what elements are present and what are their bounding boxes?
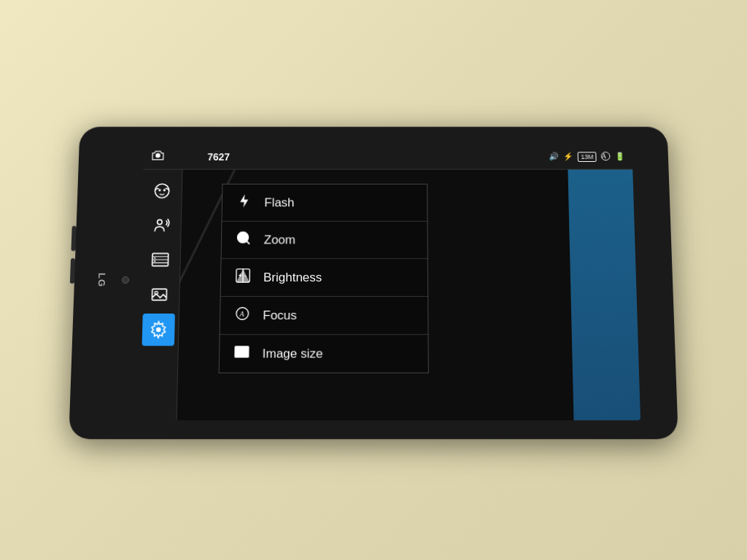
blue-panel: [568, 170, 640, 421]
menu-item-flash[interactable]: Flash: [222, 184, 427, 222]
svg-text:+: +: [239, 272, 243, 279]
svg-text:A: A: [239, 310, 244, 318]
svg-point-4: [158, 189, 160, 191]
focus-label: Focus: [263, 308, 297, 322]
camera-menu: Flash: [219, 184, 429, 373]
svg-point-6: [158, 219, 163, 224]
flash-status-icon: ⚡: [563, 152, 573, 161]
sidebar-item-face[interactable]: [146, 175, 179, 206]
camera-icon: [150, 148, 165, 165]
image-size-icon: [231, 343, 252, 363]
screen: 7627 🔊 ⚡ 13M A 🔋: [136, 144, 640, 421]
brightness-icon: + -: [233, 268, 253, 287]
zoom-label: Zoom: [264, 233, 295, 247]
svg-point-3: [155, 184, 169, 198]
svg-point-5: [163, 189, 166, 191]
flash-icon: [234, 193, 255, 212]
menu-item-brightness[interactable]: + - Brightness: [221, 259, 428, 297]
svg-point-15: [156, 327, 161, 332]
zoom-icon: [233, 230, 254, 250]
svg-text:-: -: [244, 272, 247, 279]
front-camera: [122, 276, 129, 284]
sidebar-item-portrait[interactable]: [144, 209, 177, 241]
viewfinder: Flash: [177, 170, 641, 421]
battery-icon: 🔋: [615, 152, 625, 161]
menu-item-zoom[interactable]: Zoom: [222, 222, 427, 259]
volume-down-button[interactable]: [70, 258, 75, 284]
status-icons: 🔊 ⚡ 13M A 🔋: [549, 151, 625, 162]
lg-logo: LG: [96, 273, 108, 287]
flash-label: Flash: [264, 195, 294, 210]
image-size-label: Image size: [263, 346, 323, 361]
status-bar: 7627 🔊 ⚡ 13M A 🔋: [143, 144, 632, 170]
svg-rect-13: [152, 289, 167, 300]
menu-item-focus[interactable]: A Focus: [220, 297, 428, 335]
svg-line-18: [247, 241, 249, 244]
sidebar-item-gallery[interactable]: [143, 279, 176, 311]
sidebar-item-scene[interactable]: [144, 244, 177, 276]
status-time: 7627: [207, 151, 230, 162]
svg-point-12: [154, 260, 155, 262]
svg-marker-16: [240, 195, 248, 208]
sidebar-item-settings[interactable]: [142, 314, 175, 346]
phone: LG 7627 🔊 ⚡ 13M: [69, 127, 678, 440]
svg-rect-29: [237, 349, 242, 354]
left-sidebar: [136, 170, 183, 421]
menu-item-image-size[interactable]: Image size: [220, 335, 428, 373]
main-content: Flash: [136, 170, 640, 421]
scene: LG 7627 🔊 ⚡ 13M: [0, 0, 747, 560]
svg-point-0: [155, 153, 160, 158]
volume-icon: 🔊: [549, 152, 560, 161]
volume-up-button[interactable]: [71, 226, 76, 252]
focus-icon: A: [232, 306, 253, 325]
brightness-label: Brightness: [263, 271, 322, 285]
autofocus-icon: A: [600, 151, 611, 162]
resolution-badge: 13M: [578, 152, 596, 162]
svg-point-11: [154, 257, 155, 259]
